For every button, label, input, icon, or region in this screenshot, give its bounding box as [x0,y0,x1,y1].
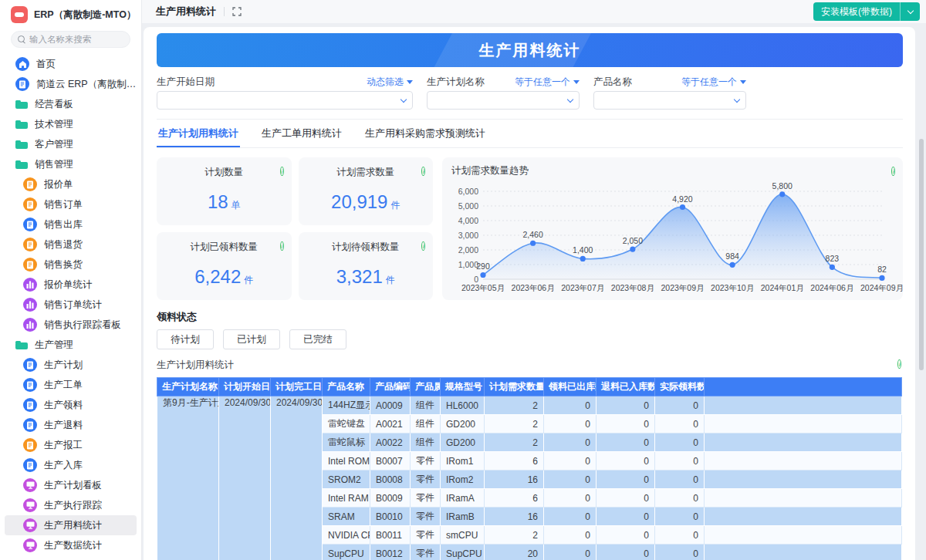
cell: 0 [596,489,655,508]
tab-生产计划用料统计[interactable]: 生产计划用料统计 [157,120,240,147]
cell: 0 [544,508,596,526]
filter-input[interactable] [434,95,568,106]
filter-select[interactable] [593,91,746,110]
board-icon [23,538,37,552]
search-input[interactable] [29,35,123,44]
svg-text:2023年06月: 2023年06月 [512,283,555,292]
main-area: 生产用料统计 安装模板(带数据) 生产用料统计 生产开始日期动态筛选生产计划名称… [142,0,926,560]
install-template-dropdown[interactable] [900,2,920,21]
info-icon[interactable]: i [280,164,284,176]
filter-select[interactable] [157,91,413,110]
svg-text:5,000: 5,000 [458,201,478,211]
window-scrollbar[interactable] [919,139,924,370]
column-header-产品名称: 产品名称 [323,378,370,396]
workspace-header[interactable]: ERP（离散制造-MTO） [0,6,141,31]
cell: 0 [596,508,655,526]
sidebar-item-生产管理[interactable]: 生产管理 [5,335,137,355]
info-icon[interactable]: i [421,164,425,176]
sidebar-item-生产工单[interactable]: 生产工单 [5,375,137,395]
sidebar-item-销售换货[interactable]: 销售换货 [5,255,137,275]
sidebar-item-生产报工[interactable]: 生产报工 [5,435,137,455]
install-template-button-group: 安装模板(带数据) [813,2,920,21]
sidebar-item-销售订单[interactable]: 销售订单 [5,194,137,214]
column-header-计划开始日期: 计划开始日期 [219,378,271,396]
filter-operator[interactable]: 等于任意一个 [515,76,580,89]
sidebar-item-生产计划[interactable]: 生产计划 [5,355,137,375]
cell: B0012 [370,545,411,560]
filter-operator[interactable]: 等于任意一个 [681,76,746,89]
workspace-logo-icon [11,6,28,23]
sidebar-item-生产执行跟踪[interactable]: 生产执行跟踪 [5,495,137,515]
sidebar-item-label: 生产工单 [44,379,83,392]
cell: 0 [655,452,705,471]
sidebar-item-销售订单统计[interactable]: 销售订单统计 [5,295,137,315]
info-icon[interactable]: i [280,239,284,251]
sidebar-item-label: 销售换货 [44,258,83,272]
cell: A0021 [370,415,411,433]
table-row[interactable]: 第9月-生产计划2024.9A012024/09/302024/09/30144… [157,396,902,415]
doc-icon [23,458,37,472]
cell: 0 [544,452,596,471]
sidebar-item-生产领料[interactable]: 生产领料 [5,395,137,415]
sidebar-item-label: 销售订单统计 [44,299,102,312]
sidebar-item-报价单统计[interactable]: 报价单统计 [5,275,137,295]
cell: IRamB [441,508,485,526]
stat-card-title: 计划需求数量 [299,166,434,179]
sidebar-item-label: 生产执行跟踪 [44,499,102,512]
sidebar-item-首页[interactable]: 首页 [5,54,137,74]
filter-operator[interactable]: 动态筛选 [367,76,413,89]
sidebar-item-销售退货[interactable]: 销售退货 [5,234,137,255]
doc-icon [23,398,37,412]
cell: SupCPU [323,545,370,560]
cell: 0 [596,452,655,471]
filter-input[interactable] [164,95,401,106]
cell: 零件 [411,489,441,508]
status-button-已计划[interactable]: 已计划 [223,329,280,349]
status-button-已完结[interactable]: 已完结 [289,329,346,349]
column-header-filler [705,378,902,396]
svg-text:6,000: 6,000 [458,187,478,196]
cell: 2 [485,526,544,545]
table-title: 生产计划用料统计 [157,359,903,372]
content-wrap: 生产用料统计 生产开始日期动态筛选生产计划名称等于任意一个产品名称等于任意一个 … [142,23,926,560]
expand-icon[interactable] [232,7,242,16]
sidebar-item-生产退料[interactable]: 生产退料 [5,415,137,435]
sidebar-item-简道云 ERP（离散制造-MTO）...[interactable]: 简道云 ERP（离散制造-MTO）... [5,74,137,94]
chart-icon [23,278,37,292]
sidebar-item-技术管理[interactable]: 技术管理 [5,114,137,134]
cell: 16 [485,471,544,489]
folder-icon [15,338,28,352]
sidebar-search[interactable] [11,31,130,48]
sidebar-item-生产计划看板[interactable]: 生产计划看板 [5,475,137,495]
cell: 零件 [411,471,441,489]
install-template-button[interactable]: 安装模板(带数据) [813,2,900,21]
info-icon[interactable]: i [891,164,895,176]
cell: 0 [544,433,596,452]
status-button-待计划[interactable]: 待计划 [157,329,214,349]
cell: 0 [596,545,655,560]
sidebar-item-销售执行跟踪看板[interactable]: 销售执行跟踪看板 [5,315,137,335]
filter-select[interactable] [427,91,580,110]
sidebar-item-生产数据统计[interactable]: 生产数据统计 [5,535,137,555]
doc-icon [23,358,37,372]
tab-生产工单用料统计[interactable]: 生产工单用料统计 [260,120,343,147]
sidebar-item-生产用料统计[interactable]: 生产用料统计 [5,515,137,535]
sidebar-item-经营看板[interactable]: 经营看板 [5,94,137,114]
sidebar-item-销售管理[interactable]: 销售管理 [5,154,137,174]
cell: 16 [485,508,544,526]
tab-生产用料采购需求预测统计[interactable]: 生产用料采购需求预测统计 [363,120,487,147]
cell: 0 [596,433,655,452]
svg-text:2024年09月: 2024年09月 [860,283,904,292]
sidebar-item-生产入库[interactable]: 生产入库 [5,455,137,475]
info-icon[interactable]: i [421,239,425,251]
info-icon[interactable]: i [897,357,901,369]
sidebar-item-销售出库[interactable]: 销售出库 [5,214,137,234]
filter-input[interactable] [600,95,735,106]
material-stats-table: 生产计划名称计划开始日期计划完工日期产品名称产品编码产品属性规格型号计划需求数量… [157,377,902,560]
dashboard-row: 计划数量i18单计划需求数量i20,919件计划已领料数量i6,242件计划待领… [157,148,903,300]
column-header-生产计划名称: 生产计划名称 [157,378,219,396]
cell: 0 [655,545,705,560]
chevron-down-icon [907,7,913,13]
sidebar-item-客户管理[interactable]: 客户管理 [5,134,137,154]
sidebar-item-报价单[interactable]: 报价单 [5,174,137,194]
